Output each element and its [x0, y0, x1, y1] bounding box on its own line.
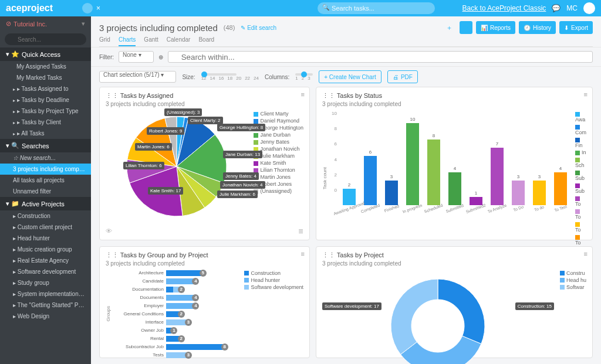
warning-icon: ⊘: [6, 20, 11, 28]
chevron-down-icon: ▾: [82, 20, 85, 28]
reports-button[interactable]: 📊 Reports: [476, 21, 515, 34]
list-icon[interactable]: ≣: [298, 227, 303, 235]
top-search-input[interactable]: [318, 2, 435, 14]
visibility-icon[interactable]: 👁: [106, 227, 112, 235]
chart-card-tasks-by-group: ≡ ⋮⋮ Tasks by Group and by Project 3 pro…: [99, 246, 310, 359]
columns-label: Columns:: [265, 74, 289, 80]
sidebar-item[interactable]: ▸ Construction: [0, 210, 91, 222]
tab-calendar[interactable]: Calendar: [167, 36, 191, 46]
back-link[interactable]: Back to AceProject Classic: [462, 4, 546, 12]
card-title: ⋮⋮ Tasks by Group and by Project: [106, 251, 303, 259]
sidebar-item[interactable]: ☆ New search...: [0, 152, 91, 164]
sidebar-item[interactable]: ▸ Study group: [0, 277, 91, 288]
columns-slider[interactable]: [295, 73, 313, 76]
stacked-bar-chart[interactable]: Architecture5Candidate4Documentation2Doc…: [117, 270, 238, 358]
size-label: Size:: [182, 74, 195, 80]
sidebar-item[interactable]: ▸ Software development: [0, 266, 91, 277]
card-menu-icon[interactable]: ≡: [584, 91, 588, 98]
export-button[interactable]: ⬇ Export: [559, 21, 593, 34]
sidebar-item[interactable]: ▸ Custom client project: [0, 222, 91, 233]
sidebar-item[interactable]: My Assigned Tasks: [0, 61, 91, 72]
refresh-button[interactable]: ⟳: [460, 21, 472, 34]
card-title: ⋮⋮ Tasks by Project: [322, 251, 586, 259]
chart-legend: ConstructionHead hunterSoftware developm…: [244, 270, 303, 358]
card-subtitle: 3 projects including completed: [106, 260, 303, 267]
sidebar: ⊘ Tutorial Inc. ▾ ▾ ⭐ Quick Access My As…: [0, 16, 91, 364]
create-chart-button[interactable]: + Create New Chart: [319, 70, 381, 83]
y-axis-label: Task count: [322, 167, 327, 189]
donut-chart[interactable]: [388, 276, 488, 365]
sidebar-item[interactable]: All tasks all projects: [0, 175, 91, 186]
card-subtitle: 3 projects including completed: [322, 260, 586, 267]
user-badge[interactable]: MC: [566, 4, 578, 12]
pie-label: Jenny Bates: 4: [223, 172, 259, 180]
quick-access-header[interactable]: ▾ ⭐ Quick Access: [0, 47, 91, 61]
chart-card-tasks-by-project: ≡ ⋮⋮ Tasks by Project 3 projects includi…: [316, 246, 593, 359]
donut-label: Construction: 15: [515, 302, 554, 310]
pie-label: Martin Jones: 6: [135, 143, 172, 151]
brand-logo[interactable]: aceproject: [6, 3, 53, 13]
page-title: 3 projects including completed: [99, 23, 218, 33]
card-menu-icon[interactable]: ≡: [584, 250, 588, 257]
active-projects-header[interactable]: ▾ 📁 Active Projects: [0, 197, 91, 210]
sidebar-item[interactable]: ▸ Head hunter: [0, 233, 91, 244]
chart-selection-dropdown[interactable]: Chart selection (5/17) ▾: [99, 71, 176, 83]
sidebar-item[interactable]: ▸ Tasks Assigned to: [0, 83, 91, 94]
bar-chart[interactable]: 2Awaiting Approval6Completed3Finished10I…: [339, 111, 570, 210]
sidebar-item[interactable]: ▸ Tasks by Client: [0, 117, 91, 128]
chart-legend: ConstruHead huSoftwar: [560, 270, 586, 365]
sidebar-item[interactable]: My Marked Tasks: [0, 72, 91, 83]
size-slider[interactable]: [201, 73, 237, 76]
sidebar-item[interactable]: ▸ Tasks by Project Type: [0, 106, 91, 117]
filter-select[interactable]: None ▾: [119, 51, 154, 63]
card-menu-icon[interactable]: ≡: [301, 91, 305, 98]
pdf-button[interactable]: 🖨 PDF: [387, 70, 418, 83]
card-subtitle: 3 projects including completed: [322, 101, 586, 107]
sidebar-search-input[interactable]: [5, 33, 86, 45]
filter-search-input[interactable]: [168, 51, 593, 63]
chart-legend: AwaComFinIn SchSubSubTo To To To: [575, 111, 586, 246]
tab-grid[interactable]: Grid: [99, 36, 110, 46]
avatar[interactable]: [583, 2, 595, 14]
tab-charts[interactable]: Charts: [119, 36, 136, 46]
card-menu-icon[interactable]: ≡: [301, 250, 305, 257]
tab-board[interactable]: Board: [198, 36, 214, 46]
searches-header[interactable]: ▾ 🔍 Searches: [0, 139, 91, 152]
pin-icon[interactable]: [82, 3, 93, 13]
pie-label: Julie Markham: 6: [217, 190, 258, 198]
tab-gantt[interactable]: Gantt: [144, 36, 158, 46]
sidebar-item[interactable]: ▸ System implementation templ...: [0, 288, 91, 300]
pie-label: Lilian Thornton: 6: [123, 162, 164, 169]
card-subtitle: 3 projects including completed: [106, 101, 303, 107]
sidebar-item[interactable]: ▸ Web Design: [0, 311, 91, 322]
y-axis-label: Groups: [106, 306, 111, 321]
donut-label: Software development: 17: [322, 302, 381, 310]
edit-search-link[interactable]: ✎ Edit search: [241, 25, 276, 31]
sidebar-item[interactable]: ▸ All Tasks: [0, 128, 91, 139]
pie-label: (Unassigned): 3: [164, 108, 202, 116]
filter-label: Filter:: [99, 54, 114, 60]
sidebar-item[interactable]: ▸ Tasks by Deadline: [0, 94, 91, 106]
pie-label: George Huttington: 8: [217, 124, 265, 131]
card-title: ⋮⋮ Tasks by Status: [322, 92, 586, 100]
history-button[interactable]: 🕘 History: [519, 21, 556, 34]
add-filter-icon[interactable]: ⊕: [158, 54, 163, 60]
pie-label: Jane Durban: 13: [223, 151, 262, 158]
sidebar-item[interactable]: 3 projects including completed: [0, 164, 91, 175]
page-count: (48): [224, 24, 235, 31]
pie-label: Robert Jones: 9: [147, 127, 184, 135]
sidebar-item[interactable]: ▸ Music creation group: [0, 244, 91, 255]
org-name[interactable]: ⊘ Tutorial Inc. ▾: [0, 16, 91, 31]
card-title: ⋮⋮ Tasks by Assigned: [106, 92, 303, 100]
sidebar-item[interactable]: ▸ The "Getting Started" Project: [0, 300, 91, 311]
chart-card-tasks-by-status: ≡ ⋮⋮ Tasks by Status 3 projects includin…: [316, 87, 593, 240]
pie-label: Jonathan Novich: 4: [220, 181, 265, 189]
chat-icon[interactable]: 💬: [552, 4, 561, 12]
search-icon: 🔍: [322, 4, 329, 11]
close-icon[interactable]: ×: [96, 4, 100, 12]
sidebar-item[interactable]: Unnamed filter: [0, 186, 91, 197]
add-button[interactable]: ＋: [443, 21, 456, 34]
sidebar-item[interactable]: ▸ Real Estate Agency: [0, 255, 91, 266]
pie-label: Kate Smith: 17: [148, 187, 183, 195]
chart-card-tasks-by-assigned: ≡ ⋮⋮ Tasks by Assigned 3 projects includ…: [99, 87, 310, 240]
